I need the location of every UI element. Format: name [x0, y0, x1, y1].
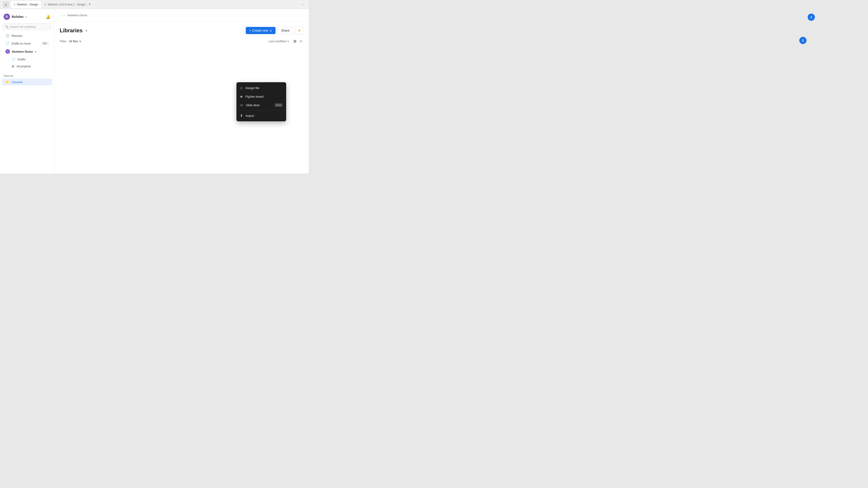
- breadcrumb: Skeleton Demo: [67, 13, 87, 17]
- design-file-label: Design file: [246, 86, 259, 90]
- filter-dropdown[interactable]: All files ∨: [69, 39, 81, 43]
- topbar: ‹ › Skeleton Demo: [54, 9, 309, 22]
- recents-icon: 🕐: [5, 34, 9, 37]
- all-projects-label: All projects: [17, 65, 31, 68]
- main-content: ‹ › Skeleton Demo Libraries ∨ + Create n…: [54, 9, 309, 173]
- create-new-label: + Create new: [249, 29, 268, 32]
- filter-label: Filter:: [60, 39, 67, 43]
- dropdown-item-slide-deck[interactable]: ▭ Slide deck Beta: [237, 101, 286, 109]
- sidebar-item-all-projects[interactable]: ⊞ All projects: [2, 63, 52, 70]
- dropdown-item-figjam-board[interactable]: ◈ FigJam board: [237, 92, 286, 101]
- dropdown-divider: [237, 110, 286, 110]
- nav-arrows: ‹ ›: [59, 13, 65, 18]
- filter-right: Last modified ∨ ⊞ ≡: [267, 38, 303, 44]
- share-label: Share: [281, 29, 289, 32]
- sidebar-user[interactable]: B Bohdan ∨ 🔔: [0, 12, 54, 22]
- create-new-button[interactable]: + Create new ∨: [246, 27, 276, 34]
- slide-deck-icon: ▭: [240, 103, 243, 107]
- sort-button[interactable]: Last modified ∨: [267, 39, 291, 44]
- app-layout: B Bohdan ∨ 🔔 🔍 Search for anything 🕐 Rec…: [0, 9, 309, 173]
- filter-left: Filter: All files ∨: [60, 39, 81, 43]
- sort-label: Last modified: [269, 39, 286, 43]
- all-projects-icon: ⊞: [12, 65, 14, 68]
- slide-deck-label: Slide deck: [246, 103, 259, 107]
- starred-section: Starred 📁 Libraries: [0, 72, 54, 86]
- filter-chevron-icon: ∨: [79, 39, 81, 43]
- nav-forward-button[interactable]: ›: [63, 13, 66, 18]
- title-dropdown-button[interactable]: ∨: [84, 28, 88, 33]
- page-title: Libraries: [60, 27, 83, 34]
- grid-view-icon: ⊞: [293, 39, 296, 43]
- nav-back-button[interactable]: ‹: [59, 13, 62, 18]
- filter-value: All files: [69, 39, 78, 43]
- browser-more-button[interactable]: ···: [300, 2, 306, 7]
- star-button[interactable]: ★: [295, 26, 303, 35]
- user-name: Bohdan: [12, 15, 24, 19]
- sidebar-project-skeleton-demo[interactable]: S Skeleton Demo ∨: [2, 47, 52, 56]
- header-actions: + Create new ∨ Share ★: [246, 26, 303, 35]
- dropdown-item-design-file[interactable]: ◇ Design file: [237, 84, 286, 92]
- search-icon: 🔍: [5, 25, 8, 29]
- drafts-badge: 99+: [41, 41, 49, 45]
- page-header: Libraries ∨ + Create new ∨ Share ★: [54, 22, 309, 38]
- sidebar: B Bohdan ∨ 🔔 🔍 Search for anything 🕐 Rec…: [0, 9, 54, 173]
- recents-label: Recents: [11, 34, 22, 37]
- browser-chrome: ⌂ ◇ Skeleton - Design ▭ Skeleton v3.0.0-…: [0, 0, 309, 9]
- starred-section-header: Starred: [0, 72, 54, 78]
- tab-design-label: Skeleton - Design: [17, 3, 38, 6]
- sidebar-item-libraries[interactable]: 📁 Libraries: [2, 78, 52, 86]
- user-dropdown-icon: ∨: [25, 15, 27, 18]
- drafts-sub-icon: 📄: [12, 58, 16, 61]
- figjam-label: FigJam board: [246, 95, 264, 98]
- sidebar-item-drafts[interactable]: 📄 Drafts: [2, 56, 52, 63]
- sidebar-item-drafts-to-move[interactable]: 📄 Drafts to move 99+: [2, 40, 52, 47]
- filter-bar: Filter: All files ∨ Last modified ∨ ⊞ ≡: [54, 38, 309, 47]
- import-label: Import: [246, 114, 254, 118]
- tab-v3-label: Skeleton v3.0.0-next.1 · Design Syst: [48, 3, 87, 6]
- grid-view-button[interactable]: ⊞: [292, 38, 298, 44]
- tab-design-icon: ◇: [13, 3, 16, 6]
- drafts-icon: 📄: [5, 41, 9, 45]
- dropdown-item-import[interactable]: ⬆ Import: [237, 111, 286, 120]
- create-new-dropdown-menu: ◇ Design file ◈ FigJam board ▭ Slide dec…: [237, 82, 286, 121]
- browser-home-button[interactable]: ⌂: [3, 1, 9, 8]
- user-left: B Bohdan ∨: [4, 13, 27, 20]
- home-icon: ⌂: [5, 3, 7, 6]
- content-area: ◇ Design file ◈ FigJam board ▭ Slide dec…: [54, 47, 309, 173]
- figjam-icon: ◈: [240, 94, 243, 98]
- search-placeholder-text: Search for anything: [10, 25, 35, 29]
- list-view-button[interactable]: ≡: [299, 38, 303, 44]
- project-chevron-icon: ∨: [35, 51, 36, 53]
- tab-v3-icon: ▭: [44, 3, 46, 6]
- design-file-icon: ◇: [240, 86, 243, 90]
- tab-bar: ◇ Skeleton - Design ▭ Skeleton v3.0.0-ne…: [11, 1, 298, 8]
- slide-deck-badge: Beta: [275, 103, 283, 107]
- libraries-folder-icon: 📁: [5, 80, 9, 84]
- sidebar-item-recents[interactable]: 🕐 Recents: [2, 32, 52, 39]
- drafts-label: Drafts to move: [11, 42, 31, 45]
- tab-skeleton-v3[interactable]: ▭ Skeleton v3.0.0-next.1 · Design Syst: [41, 1, 87, 8]
- drafts-sub-label: Drafts: [18, 58, 26, 61]
- list-view-icon: ≡: [300, 39, 302, 43]
- sort-chevron-icon: ∨: [287, 39, 289, 43]
- notification-button[interactable]: 🔔: [46, 15, 51, 19]
- add-tab-button[interactable]: +: [87, 2, 92, 7]
- page-title-area: Libraries ∨: [60, 27, 88, 34]
- create-new-dropdown-icon: ∨: [270, 29, 272, 32]
- project-avatar: S: [5, 49, 10, 54]
- avatar: B: [4, 13, 10, 20]
- tab-skeleton-design[interactable]: ◇ Skeleton - Design: [11, 1, 41, 8]
- import-icon: ⬆: [240, 113, 243, 118]
- project-name: Skeleton Demo: [12, 50, 33, 53]
- star-icon: ★: [298, 29, 301, 32]
- libraries-label: Libraries: [11, 80, 23, 84]
- sidebar-search[interactable]: 🔍 Search for anything: [3, 24, 51, 30]
- share-button[interactable]: Share: [277, 27, 293, 34]
